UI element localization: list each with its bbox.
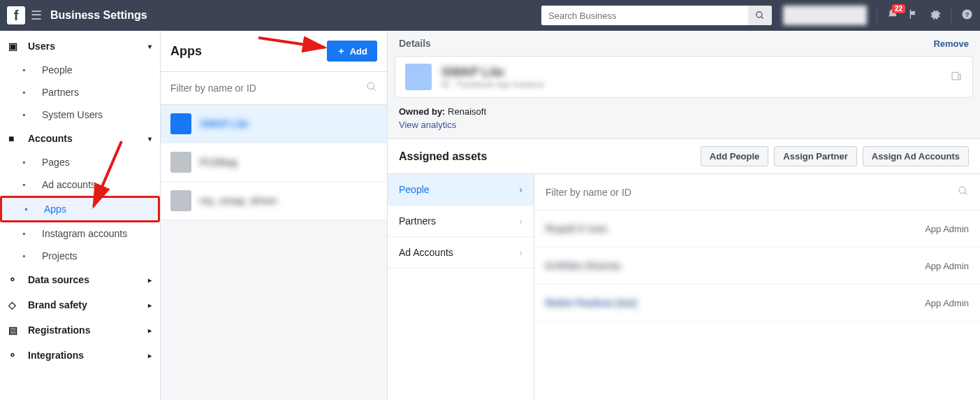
app-thumb	[170, 190, 191, 211]
app-row[interactable]: SWAP Lite	[161, 105, 387, 143]
app-thumb	[405, 64, 432, 90]
share-icon: ⚬	[8, 274, 21, 285]
users-filter-input[interactable]	[546, 187, 958, 198]
svg-rect-6	[952, 72, 958, 80]
users-filter[interactable]	[534, 174, 980, 210]
remove-link[interactable]: Remove	[933, 38, 969, 49]
chevron-down-icon: ▾	[148, 43, 152, 50]
app-thumb	[170, 152, 191, 173]
chevron-right-icon: ▸	[148, 276, 152, 284]
sidebar-section-brand-safety[interactable]: ◇ Brand safety ▸	[0, 292, 160, 317]
user-row[interactable]: Rupali K Ivan App Admin	[534, 210, 980, 248]
search-icon	[366, 81, 377, 95]
accounts-icon: ■	[8, 133, 21, 144]
sidebar-section-accounts[interactable]: ■ Accounts ▾	[0, 126, 160, 151]
global-search[interactable]	[541, 6, 772, 25]
user-chip[interactable]	[783, 6, 867, 25]
app-thumb	[170, 113, 191, 134]
add-people-button[interactable]: Add People	[701, 146, 769, 166]
sidebar-item-apps[interactable]: ▪Apps	[0, 196, 160, 222]
key-icon: ▪	[22, 110, 35, 120]
section-label: Users	[28, 41, 55, 52]
help-icon[interactable]: ?	[961, 8, 973, 23]
sidebar-item-instagram[interactable]: ▪Instagram accounts	[0, 222, 160, 245]
sidebar-section-data-sources[interactable]: ⚬ Data sources ▸	[0, 267, 160, 292]
user-role: App Admin	[925, 261, 969, 271]
users-icon: ▣	[8, 41, 21, 52]
plus-icon: ＋	[337, 45, 346, 57]
apps-filter-input[interactable]	[170, 83, 366, 94]
apps-filter[interactable]	[161, 71, 387, 105]
assign-ad-accounts-button[interactable]: Assign Ad Accounts	[863, 146, 969, 166]
flag-icon: ▪	[22, 157, 35, 167]
view-analytics-link[interactable]: View analytics	[399, 120, 456, 130]
page-title: Business Settings	[50, 9, 147, 22]
svg-point-7	[959, 187, 965, 193]
tab-partners[interactable]: Partners ›	[388, 206, 534, 237]
folder-icon: ▪	[22, 251, 35, 261]
topbar: f ☰ Business Settings 22 ?	[0, 0, 980, 31]
svg-point-0	[756, 12, 762, 17]
chevron-right-icon: ›	[519, 184, 522, 195]
sidebar-item-system-users[interactable]: ▪System Users	[0, 103, 160, 126]
chevron-right-icon: ▸	[148, 352, 152, 359]
search-icon	[958, 185, 969, 199]
clipboard-icon: ▤	[8, 324, 21, 336]
apps-column: Apps ＋ Add SWAP Lite P135tag my_sm	[161, 31, 388, 400]
svg-line-8	[965, 192, 967, 194]
owned-by-label: Owned by: Renaisoft	[399, 106, 486, 117]
shield-icon: ◇	[8, 299, 21, 310]
card-icon: ▪	[22, 180, 35, 190]
user-row[interactable]: Robin Paulose (me) App Admin	[534, 285, 980, 322]
sidebar-section-users[interactable]: ▣ Users ▾	[0, 34, 160, 59]
user-role: App Admin	[925, 224, 969, 234]
flag-icon[interactable]	[908, 8, 919, 22]
chevron-right-icon: ›	[519, 247, 522, 258]
app-name: SWAP Lite	[441, 65, 544, 80]
app-row[interactable]: my_smap_driver	[161, 182, 387, 220]
sidebar-item-projects[interactable]: ▪Projects	[0, 245, 160, 267]
sidebar-item-people[interactable]: ▪People	[0, 59, 160, 81]
global-search-input[interactable]	[541, 6, 748, 25]
app-subtitle: ID · Facebook App Instance	[441, 80, 544, 90]
briefcase-icon: ▪	[22, 87, 35, 97]
sidebar-section-registrations[interactable]: ▤ Registrations ▸	[0, 317, 160, 343]
box-icon: ▪	[24, 204, 37, 214]
export-icon[interactable]	[950, 69, 963, 85]
notifications-icon[interactable]: 22	[887, 8, 898, 22]
section-label: Accounts	[28, 133, 73, 144]
svg-point-4	[367, 83, 374, 89]
sidebar-item-ad-accounts[interactable]: ▪Ad accounts	[0, 173, 160, 196]
tab-ad-accounts[interactable]: Ad Accounts ›	[388, 237, 534, 269]
sidebar-section-integrations[interactable]: ⚬ Integrations ▸	[0, 343, 160, 368]
chevron-down-icon: ▾	[148, 135, 152, 143]
add-button[interactable]: ＋ Add	[327, 41, 377, 62]
person-icon: ▪	[22, 65, 35, 75]
hamburger-menu-icon[interactable]: ☰	[31, 8, 42, 23]
gear-icon[interactable]	[929, 8, 941, 23]
sidebar-item-partners[interactable]: ▪Partners	[0, 81, 160, 103]
sidebar-item-pages[interactable]: ▪Pages	[0, 151, 160, 173]
search-icon[interactable]	[748, 6, 772, 25]
sidebar: ▣ Users ▾ ▪People ▪Partners ▪System User…	[0, 31, 161, 400]
detail-pane: Details Remove SWAP Lite ID · Facebook A…	[388, 31, 980, 400]
assign-partner-button[interactable]: Assign Partner	[774, 146, 856, 166]
notification-badge: 22	[892, 4, 905, 13]
svg-line-5	[373, 88, 375, 90]
detail-header: Details	[399, 38, 431, 49]
chevron-right-icon: ▸	[148, 327, 152, 334]
svg-line-1	[761, 17, 763, 19]
chevron-right-icon: ▸	[148, 301, 152, 309]
facebook-logo[interactable]: f	[7, 6, 25, 24]
app-card: SWAP Lite ID · Facebook App Instance	[395, 56, 973, 98]
instagram-icon: ▪	[22, 229, 35, 238]
user-role: App Admin	[925, 298, 969, 308]
svg-text:?: ?	[965, 10, 969, 18]
asset-tabs: People › Partners › Ad Accounts ›	[388, 174, 534, 400]
chevron-right-icon: ›	[519, 215, 522, 227]
app-row[interactable]: P135tag	[161, 143, 387, 182]
tab-people[interactable]: People ›	[388, 174, 534, 206]
user-row[interactable]: Krithika Sharma App Admin	[534, 248, 980, 285]
apps-heading: Apps	[170, 44, 202, 59]
assigned-assets-heading: Assigned assets	[399, 150, 487, 163]
